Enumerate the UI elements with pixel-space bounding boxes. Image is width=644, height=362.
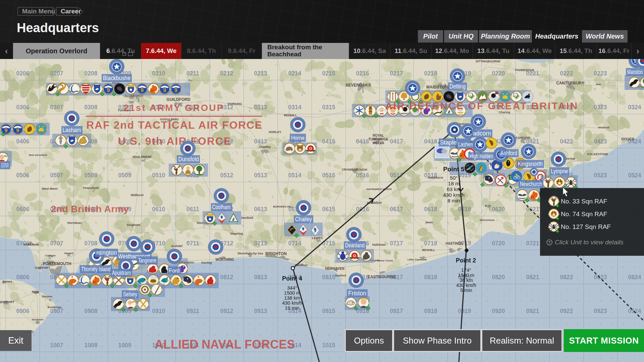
svg-text:0720: 0720 [492,240,505,247]
svg-text:No. 74 Sqn RAF: No. 74 Sqn RAF [561,210,607,218]
svg-text:0323: 0323 [594,104,607,111]
svg-text:0508: 0508 [85,172,98,179]
svg-text:8 min: 8 min [447,198,460,203]
svg-text:0824: 0824 [628,274,641,281]
svg-text:0611: 0611 [186,206,199,213]
svg-text:2nd British Army: 2nd British Army [51,204,129,214]
svg-text:0416: 0416 [356,138,369,145]
svg-text:AIR DEFENCE OF GREAT BRITAIN: AIR DEFENCE OF GREAT BRITAIN [385,100,578,111]
svg-text:adcorn: adcorn [473,130,491,137]
svg-text:0306: 0306 [16,104,30,111]
svg-text:0812: 0812 [220,274,233,281]
svg-text:Manston: Manston [627,68,643,75]
svg-text:0516: 0516 [356,172,369,179]
svg-text:DOVER: DOVER [621,137,634,141]
svg-text:0920: 0920 [492,308,505,314]
svg-text:ntington: ntington [97,249,117,256]
svg-text:19 min: 19 min [285,305,300,311]
svg-text:Seaford: Seaford [335,274,346,277]
svg-text:FOLKESTONE: FOLKESTONE [587,153,608,156]
svg-text:?: ? [548,240,550,245]
svg-text:Battle: Battle [426,221,433,224]
svg-text:Ford: Ford [169,267,180,274]
svg-text:1008: 1008 [85,342,98,349]
svg-text:Deanland: Deanland [345,242,365,249]
svg-text:Singleton: Singleton [127,223,141,227]
svg-text:No. 33 Sqn RAF: No. 33 Sqn RAF [561,198,607,205]
svg-text:0911: 0911 [186,308,199,314]
svg-text:HAYWARDS HEATH: HAYWARDS HEATH [366,188,391,191]
svg-text:Petersfield: Petersfield [83,186,99,190]
svg-text:WELLS: WELLS [373,141,384,145]
svg-text:ESTER: ESTER [1,162,9,169]
svg-text:Blackbushe: Blackbushe [103,74,130,81]
svg-text:PORTSMOUTH: PORTSMOUTH [43,261,71,266]
svg-text:0615: 0615 [322,206,335,213]
svg-text:Crawley: Crawley [259,145,271,148]
svg-text:0924: 0924 [628,308,641,314]
svg-text:No. 127 Sqn RAF: No. 127 Sqn RAF [561,223,611,230]
svg-text:0717: 0717 [390,240,403,247]
svg-text:Cosham: Cosham [45,254,56,257]
svg-text:Hailsham: Hailsham [372,243,386,246]
svg-text:0711: 0711 [186,240,199,247]
svg-text:0415: 0415 [322,138,335,145]
svg-text:SITTINGBOURNE: SITTINGBOURNE [476,60,501,63]
svg-text:0912: 0912 [220,308,233,314]
svg-text:0823: 0823 [594,274,607,281]
svg-text:0618: 0618 [424,206,437,213]
svg-text:430 km/h: 430 km/h [282,300,302,306]
svg-text:0208: 0208 [85,70,98,77]
svg-text:Ash: Ash [596,83,601,86]
svg-text:0908: 0908 [85,308,98,314]
svg-text:Henfield: Henfield [241,216,253,220]
svg-text:BURGESS HILL: BURGESS HILL [273,205,293,208]
svg-text:Horne: Horne [291,135,305,141]
svg-text:HASLEMERE: HASLEMERE [133,155,152,159]
svg-text:ASHFORD: ASHFORD [516,136,531,139]
svg-text:Whitfield: Whitfield [598,126,609,129]
svg-text:0821: 0821 [526,274,539,281]
svg-text:430 km/h: 430 km/h [456,283,476,288]
svg-text:Horndean: Horndean [67,221,82,225]
svg-text:0214: 0214 [288,70,302,77]
svg-text:1500 m: 1500 m [458,273,474,278]
svg-text:0413: 0413 [254,138,267,145]
svg-text:0506: 0506 [16,172,30,179]
svg-text:TUNBRIDGE: TUNBRIDGE [368,137,388,141]
svg-text:0523: 0523 [594,172,607,179]
svg-text:BRIGHTON: BRIGHTON [265,251,287,256]
svg-text:ROYAL: ROYAL [373,134,384,137]
svg-text:0218: 0218 [424,70,437,77]
svg-text:Stone Cross: Stone Cross [377,259,393,262]
svg-text:High Halden: High Halden [470,153,493,160]
svg-text:Little Common: Little Common [408,258,426,261]
svg-text:1015: 1015 [322,342,335,349]
svg-text:0917: 0917 [390,308,403,314]
svg-text:0515: 0515 [322,172,335,179]
svg-text:0213: 0213 [254,70,267,77]
svg-text:0620: 0620 [492,206,505,213]
svg-text:1009: 1009 [118,342,131,349]
svg-text:0206: 0206 [16,70,30,77]
svg-text:0707: 0707 [50,240,63,247]
svg-text:Midhurst: Midhurst [131,193,144,197]
svg-text:0922: 0922 [560,308,573,314]
svg-text:0910: 0910 [152,308,165,314]
svg-text:Arundel: Arundel [171,244,182,248]
svg-text:Cowes: Cowes [2,280,12,283]
svg-text:0507: 0507 [50,172,63,179]
svg-text:0815: 0815 [322,274,335,281]
svg-text:0222: 0222 [560,70,573,77]
svg-text:Thorney Island: Thorney Island [81,265,111,273]
svg-text:138 km: 138 km [284,295,300,301]
svg-text:0315: 0315 [322,104,335,111]
svg-text:Point 4: Point 4 [282,275,302,282]
svg-text:Lashen: Lashen [458,141,473,148]
svg-text:0211: 0211 [186,70,199,77]
svg-text:Coolham: Coolham [212,203,231,210]
svg-text:0919: 0919 [458,308,471,314]
svg-text:0818: 0818 [424,274,437,281]
svg-text:0307: 0307 [50,104,63,111]
svg-text:Lasham: Lasham [63,126,81,133]
